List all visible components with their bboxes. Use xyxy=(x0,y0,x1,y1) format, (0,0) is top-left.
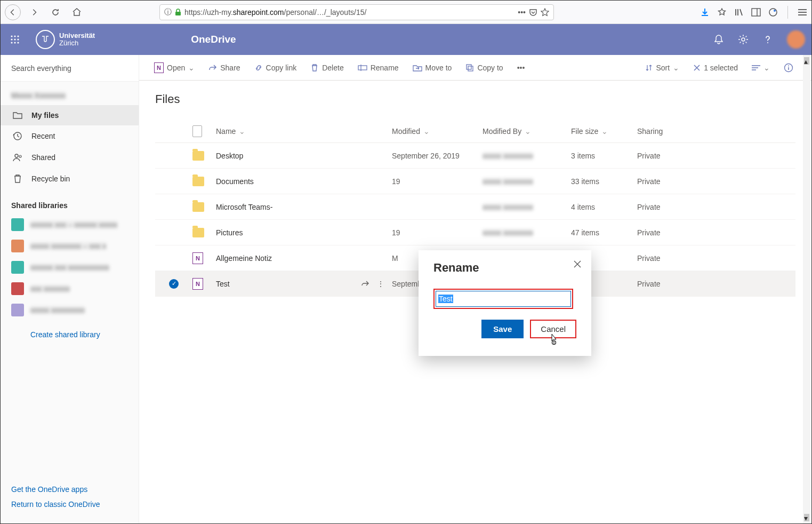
svg-rect-24 xyxy=(467,65,471,69)
forward-button[interactable] xyxy=(26,4,42,20)
rename-button[interactable]: Rename xyxy=(352,55,404,80)
library-item[interactable]: xxx xxxxxxx xyxy=(1,278,139,299)
table-row[interactable]: DesktopSeptember 26, 2019xxxxx xxxxxxxx3… xyxy=(155,143,795,169)
rename-input[interactable]: Test xyxy=(436,291,571,307)
rename-icon xyxy=(358,64,367,72)
svg-point-21 xyxy=(19,155,21,157)
svg-point-18 xyxy=(767,42,768,43)
copy-link-button[interactable]: Copy link xyxy=(249,55,302,80)
app-title: OneDrive xyxy=(191,34,236,45)
svg-point-12 xyxy=(14,38,15,40)
col-name[interactable]: Name ⌄ xyxy=(216,127,392,136)
share-icon xyxy=(208,63,217,72)
col-modified-by[interactable]: Modified By ⌄ xyxy=(483,127,571,136)
col-type[interactable] xyxy=(192,125,216,137)
svg-point-14 xyxy=(11,42,12,43)
sidebar-item-recycle-bin[interactable]: Recycle bin xyxy=(1,168,139,189)
svg-point-13 xyxy=(17,38,19,40)
library-item[interactable]: xxxxxx xxx xxxxxxxxxxx xyxy=(1,257,139,278)
library-star-icon[interactable] xyxy=(717,7,727,17)
sidebar-item-shared[interactable]: Shared xyxy=(1,147,139,168)
scroll-up-icon[interactable]: ▴ xyxy=(804,57,809,65)
table-row[interactable]: Microsoft Teams-xxxxx xxxxxxxx4 itemsPri… xyxy=(155,194,795,220)
svg-point-9 xyxy=(14,35,15,37)
app-launcher-icon[interactable] xyxy=(1,24,29,55)
svg-point-16 xyxy=(17,42,19,43)
svg-point-31 xyxy=(788,65,789,66)
create-shared-library-link[interactable]: Create shared library xyxy=(1,321,139,339)
onenote-icon: N xyxy=(192,278,203,290)
svg-rect-22 xyxy=(358,66,367,70)
clear-selection-button[interactable]: 1 selected xyxy=(688,55,743,80)
separator xyxy=(787,6,788,19)
tenant-logo[interactable]: UniversitätZürich xyxy=(29,30,101,49)
sort-icon xyxy=(645,64,653,72)
delete-button[interactable]: Delete xyxy=(305,55,349,80)
library-icon[interactable] xyxy=(734,7,744,17)
pocket-icon[interactable] xyxy=(529,8,537,17)
vertical-scrollbar[interactable]: ▴▾ xyxy=(803,55,810,523)
table-row[interactable]: Documents19xxxxx xxxxxxxx33 itemsPrivate xyxy=(155,169,795,194)
logo-line2: Zürich xyxy=(59,39,78,47)
file-size: 4 items xyxy=(571,203,637,211)
ellipsis-icon: ••• xyxy=(517,63,525,72)
get-apps-link[interactable]: Get the OneDrive apps xyxy=(11,482,128,497)
home-button[interactable] xyxy=(69,4,85,20)
downloads-icon[interactable] xyxy=(700,7,710,17)
file-modified-by: xxxxx xxxxxxxx xyxy=(483,228,533,237)
reload-button[interactable] xyxy=(47,4,63,20)
help-icon[interactable] xyxy=(762,34,773,45)
chevron-down-icon: ⌄ xyxy=(601,127,608,136)
details-pane-button[interactable] xyxy=(778,55,799,80)
svg-point-17 xyxy=(742,38,745,41)
copy-to-button[interactable]: Copy to xyxy=(460,55,508,80)
folder-icon xyxy=(192,202,204,212)
open-button[interactable]: NOpen⌄ xyxy=(149,55,200,80)
link-icon xyxy=(254,63,263,72)
file-modified-by: xxxxx xxxxxxxx xyxy=(483,177,533,186)
bookmark-star-icon[interactable] xyxy=(541,8,549,17)
classic-link[interactable]: Return to classic OneDrive xyxy=(11,497,128,512)
file-name: Desktop xyxy=(216,152,243,160)
sidebar-item-recent[interactable]: Recent xyxy=(1,125,139,147)
search-input[interactable]: Search everything xyxy=(1,55,139,82)
scroll-down-icon[interactable]: ▾ xyxy=(804,514,809,521)
svg-point-10 xyxy=(17,35,19,37)
file-sharing: Private xyxy=(637,280,712,288)
save-button[interactable]: Save xyxy=(481,320,524,338)
library-item[interactable]: xxxxxx xxx – xxxxxx xxxxx xyxy=(1,214,139,235)
more-icon[interactable]: ⋮ xyxy=(377,280,384,288)
file-size: 33 items xyxy=(571,177,637,186)
svg-point-15 xyxy=(14,42,15,43)
more-icon[interactable]: ••• xyxy=(518,8,526,17)
avatar[interactable] xyxy=(787,30,805,49)
trash-icon xyxy=(310,63,319,72)
cancel-button[interactable]: Cancel xyxy=(530,320,576,338)
url-bar[interactable]: ⓘ https://uzh-my.sharepoint.com/personal… xyxy=(159,4,554,20)
sort-button[interactable]: Sort⌄ xyxy=(640,55,685,80)
file-name: Test xyxy=(216,280,230,288)
selected-check-icon[interactable]: ✓ xyxy=(169,279,179,289)
back-button[interactable] xyxy=(5,4,21,20)
col-sharing[interactable]: Sharing xyxy=(637,127,712,136)
view-options-button[interactable]: ⌄ xyxy=(746,55,775,80)
rename-dialog: Rename Test Save Cancel xyxy=(419,250,591,356)
col-file-size[interactable]: File size ⌄ xyxy=(571,127,637,136)
sidebar-icon[interactable] xyxy=(751,8,761,17)
notifications-icon[interactable] xyxy=(713,34,724,45)
library-item[interactable]: xxxxx xxxxxxxx – xxx x xyxy=(1,235,139,257)
dialog-close-button[interactable] xyxy=(573,260,582,268)
settings-icon[interactable] xyxy=(738,34,749,45)
chevron-down-icon: ⌄ xyxy=(525,127,531,136)
share-icon[interactable] xyxy=(361,280,369,288)
share-button[interactable]: Share xyxy=(203,55,245,80)
menu-icon[interactable] xyxy=(798,8,807,17)
col-modified[interactable]: Modified ⌄ xyxy=(392,127,483,136)
sidebar-item-my-files[interactable]: My files xyxy=(1,105,139,125)
library-item[interactable]: xxxxx xxxxxxxxx xyxy=(1,299,139,321)
info-icon xyxy=(784,63,793,73)
table-row[interactable]: Pictures19xxxxx xxxxxxxx47 itemsPrivate xyxy=(155,220,795,245)
container-icon[interactable] xyxy=(768,7,778,17)
move-to-button[interactable]: Move to xyxy=(407,55,457,80)
overflow-button[interactable]: ••• xyxy=(512,55,530,80)
